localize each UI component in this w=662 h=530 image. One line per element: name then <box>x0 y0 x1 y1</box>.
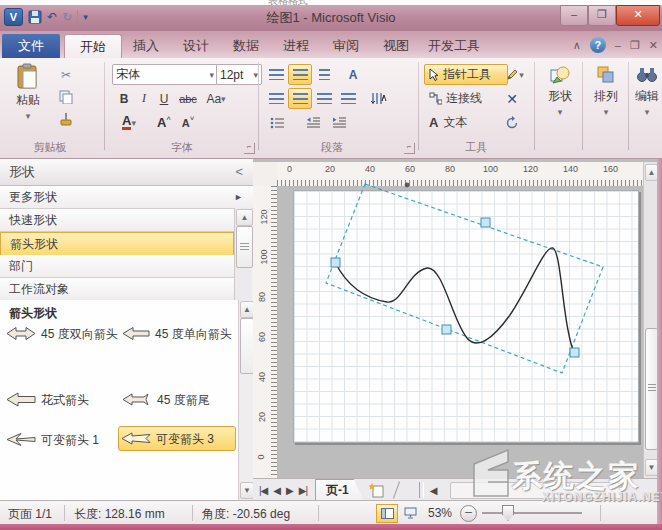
help-icon[interactable]: ? <box>590 37 606 53</box>
grow-font-button[interactable]: A˄ <box>152 112 176 133</box>
shapes-menu-button[interactable]: 形状 ▾ <box>542 64 578 117</box>
first-page-button[interactable]: |◀ <box>259 485 267 496</box>
page-tab-1[interactable]: 页-1 <box>315 479 364 501</box>
fullscreen-toggle[interactable] <box>400 504 420 521</box>
font-color-dropdown[interactable]: ▾ <box>131 118 136 128</box>
stencil-tab-workflow[interactable]: 工作流对象 <box>0 278 234 301</box>
tab-view[interactable]: 视图 <box>372 34 420 58</box>
shape-item-single-arrow[interactable]: 45 度单向箭头 <box>122 326 234 341</box>
pencil-tool-button[interactable]: ▾ <box>500 64 530 85</box>
stencil-tab-quick-shapes[interactable]: 快速形状 <box>0 209 234 232</box>
align-top-button[interactable] <box>264 64 288 85</box>
more-shapes-item[interactable]: 更多形状 ► <box>0 186 253 209</box>
doc-close-icon[interactable]: ✕ <box>649 39 658 52</box>
maximize-button[interactable]: ❐ <box>588 5 616 26</box>
tab-insert[interactable]: 插入 <box>122 34 170 58</box>
scrollbar-thumb[interactable] <box>236 226 253 268</box>
drawing-page[interactable] <box>293 190 639 443</box>
rotate-tool-button[interactable] <box>500 112 524 133</box>
delete-tool-button[interactable]: ✕ <box>500 88 524 109</box>
last-page-button[interactable]: ▶| <box>299 485 307 496</box>
doc-restore-icon[interactable]: ❐ <box>630 39 640 52</box>
collapse-panel-icon[interactable]: < <box>235 159 243 185</box>
italic-button[interactable]: I <box>134 88 154 109</box>
tab-home[interactable]: 开始 <box>64 34 122 59</box>
copy-button[interactable] <box>54 86 78 107</box>
change-case-dropdown[interactable]: ▾ <box>221 94 226 104</box>
chevron-right-icon: ► <box>234 186 243 208</box>
close-button[interactable]: ✕ <box>616 5 660 26</box>
splitter-handle[interactable] <box>419 482 424 498</box>
font-name-dropdown[interactable]: ▾ <box>209 70 214 80</box>
pencil-dropdown[interactable]: ▾ <box>519 70 524 80</box>
stencil-tab-arrow-shapes[interactable]: 箭头形状 <box>0 232 234 256</box>
font-color-button[interactable]: A ▾ <box>114 112 144 133</box>
align-bottom-button[interactable] <box>312 64 336 85</box>
scroll-left-icon[interactable]: ◀ <box>430 485 437 496</box>
align-center-button[interactable] <box>288 88 312 109</box>
shape-item-fancy-arrow[interactable]: 花式箭头 <box>6 392 118 407</box>
next-page-button[interactable]: ▶ <box>286 485 293 496</box>
zoom-out-button[interactable]: – <box>460 505 477 522</box>
edit-menu-button[interactable]: 编辑 ▾ <box>632 64 662 117</box>
cut-button[interactable]: ✂ <box>54 64 78 85</box>
tab-process[interactable]: 进程 <box>272 34 320 58</box>
strikethrough-button[interactable]: abc <box>174 88 202 109</box>
minimize-button[interactable]: – <box>560 5 588 26</box>
shape-item-variable-arrow-1[interactable]: 可变箭头 1 <box>6 432 118 447</box>
zoom-level[interactable]: 53% <box>428 506 452 520</box>
format-painter-button[interactable] <box>54 108 78 129</box>
change-case-button[interactable]: Aa ▾ <box>202 88 230 109</box>
tab-review[interactable]: 审阅 <box>322 34 370 58</box>
align-right-button[interactable] <box>312 88 336 109</box>
paragraph-dialog-launcher[interactable]: ⌐ <box>404 143 415 154</box>
drawing-viewport[interactable] <box>277 186 643 478</box>
insert-page-icon[interactable] <box>368 482 386 498</box>
connector-tool-button[interactable]: 连接线 <box>424 88 500 109</box>
scroll-down-icon[interactable]: ▼ <box>240 482 254 499</box>
text-tool-button[interactable]: A 文本 <box>424 112 494 133</box>
scroll-up-icon[interactable]: ▲ <box>236 209 253 226</box>
horizontal-scrollbar[interactable] <box>450 482 622 499</box>
arrange-menu-button[interactable]: 排列 ▾ <box>588 64 624 117</box>
justify-icon <box>341 93 356 104</box>
stencil-scrollbar[interactable]: ▲ ▼ <box>238 300 254 500</box>
doc-minimize-icon[interactable]: – <box>615 39 621 51</box>
underline-button[interactable]: U <box>154 88 174 109</box>
font-dialog-launcher[interactable]: ⌐ <box>244 143 255 154</box>
stencil-tab-department[interactable]: 部门 <box>0 255 234 278</box>
vertical-text-button[interactable] <box>366 88 392 109</box>
align-left-button[interactable] <box>264 88 288 109</box>
shape-item-double-arrow[interactable]: 45 度双向箭头 <box>6 326 118 341</box>
zoom-slider-track[interactable] <box>482 512 582 514</box>
paste-dropdown[interactable]: ▾ <box>26 111 31 121</box>
status-angle[interactable]: 角度: -20.56 deg <box>202 506 290 523</box>
font-name-select[interactable]: 宋体 ▾ <box>112 64 218 85</box>
text-direction-button[interactable]: A <box>342 64 364 85</box>
pane-view-toggle[interactable] <box>376 504 398 523</box>
pointer-tool-button[interactable]: 指针工具 <box>424 64 508 85</box>
zoom-slider-thumb[interactable] <box>502 505 514 521</box>
shrink-font-button[interactable]: A˅ <box>176 112 200 133</box>
increase-indent-button[interactable] <box>326 112 352 133</box>
bullets-button[interactable] <box>264 112 290 133</box>
tab-design[interactable]: 设计 <box>172 34 220 58</box>
shape-item-arrow-tail[interactable]: 45 度箭尾 <box>122 392 234 407</box>
font-size-select[interactable]: 12pt ▾ <box>216 64 262 85</box>
paste-button[interactable]: 粘贴 ▾ <box>8 63 48 121</box>
align-middle-button[interactable] <box>288 64 312 85</box>
previous-page-button[interactable]: ◀ <box>273 485 280 496</box>
collapse-ribbon-icon[interactable]: ∧ <box>573 39 581 52</box>
scroll-up-icon[interactable]: ▲ <box>240 301 254 318</box>
justify-button[interactable] <box>336 88 360 109</box>
tab-data[interactable]: 数据 <box>222 34 270 58</box>
vertical-scrollbar[interactable]: ▲ ▼ <box>643 162 658 478</box>
bold-button[interactable]: B <box>114 88 134 109</box>
decrease-indent-button[interactable] <box>300 112 326 133</box>
shape-item-variable-arrow-3[interactable]: 可变箭头 3 <box>118 426 236 451</box>
scrollbar-thumb[interactable] <box>240 318 254 374</box>
status-page-number[interactable]: 页面 1/1 <box>8 506 52 523</box>
tab-file[interactable]: 文件 <box>2 34 60 58</box>
status-length[interactable]: 长度: 128.16 mm <box>74 506 165 523</box>
tab-developer[interactable]: 开发工具 <box>422 34 486 58</box>
